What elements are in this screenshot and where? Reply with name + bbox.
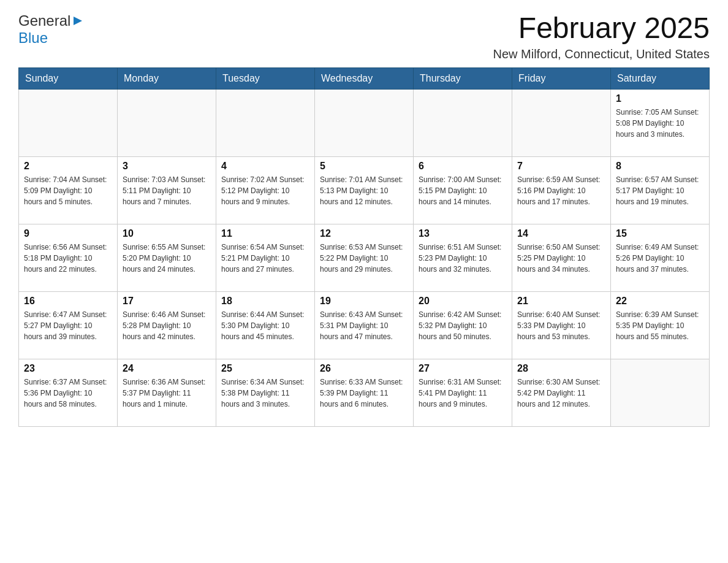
day-info: Sunrise: 6:54 AM Sunset: 5:21 PM Dayligh…	[221, 242, 309, 275]
day-info: Sunrise: 6:55 AM Sunset: 5:20 PM Dayligh…	[123, 242, 211, 275]
day-info: Sunrise: 6:42 AM Sunset: 5:32 PM Dayligh…	[419, 309, 507, 342]
day-number: 27	[419, 363, 507, 374]
calendar-cell	[216, 89, 315, 156]
weekday-header-sunday: Sunday	[19, 67, 118, 89]
calendar-cell: 3Sunrise: 7:03 AM Sunset: 5:11 PM Daylig…	[118, 156, 216, 224]
calendar-week-row: 1Sunrise: 7:05 AM Sunset: 5:08 PM Daylig…	[19, 89, 710, 156]
day-number: 28	[517, 363, 605, 374]
day-number: 17	[123, 296, 211, 307]
calendar-cell: 25Sunrise: 6:34 AM Sunset: 5:38 PM Dayli…	[216, 359, 315, 426]
month-title: February 2025	[493, 12, 710, 45]
calendar-cell: 23Sunrise: 6:37 AM Sunset: 5:36 PM Dayli…	[19, 359, 118, 426]
calendar-cell: 16Sunrise: 6:47 AM Sunset: 5:27 PM Dayli…	[19, 291, 118, 359]
calendar-week-row: 16Sunrise: 6:47 AM Sunset: 5:27 PM Dayli…	[19, 291, 710, 359]
calendar-cell	[315, 89, 414, 156]
day-number: 24	[123, 363, 211, 374]
day-number: 1	[616, 93, 704, 104]
day-number: 20	[419, 296, 507, 307]
calendar-cell	[118, 89, 216, 156]
day-number: 6	[419, 161, 507, 172]
calendar-cell: 18Sunrise: 6:44 AM Sunset: 5:30 PM Dayli…	[216, 291, 315, 359]
calendar-cell: 7Sunrise: 6:59 AM Sunset: 5:16 PM Daylig…	[512, 156, 611, 224]
calendar-cell: 24Sunrise: 6:36 AM Sunset: 5:37 PM Dayli…	[118, 359, 216, 426]
day-number: 10	[123, 228, 211, 239]
calendar-cell: 9Sunrise: 6:56 AM Sunset: 5:18 PM Daylig…	[19, 224, 118, 291]
day-number: 11	[221, 228, 309, 239]
day-info: Sunrise: 6:39 AM Sunset: 5:35 PM Dayligh…	[616, 309, 704, 342]
page-header: General Blue February 2025 New Milford, …	[18, 12, 710, 61]
calendar-cell: 5Sunrise: 7:01 AM Sunset: 5:13 PM Daylig…	[315, 156, 414, 224]
day-number: 2	[24, 161, 112, 172]
title-section: February 2025 New Milford, Connecticut, …	[493, 12, 710, 61]
day-info: Sunrise: 6:46 AM Sunset: 5:28 PM Dayligh…	[123, 309, 211, 342]
calendar-cell: 2Sunrise: 7:04 AM Sunset: 5:09 PM Daylig…	[19, 156, 118, 224]
calendar-cell: 4Sunrise: 7:02 AM Sunset: 5:12 PM Daylig…	[216, 156, 315, 224]
day-info: Sunrise: 6:47 AM Sunset: 5:27 PM Dayligh…	[24, 309, 112, 342]
calendar-week-row: 2Sunrise: 7:04 AM Sunset: 5:09 PM Daylig…	[19, 156, 710, 224]
day-number: 8	[616, 161, 704, 172]
calendar-cell	[512, 89, 611, 156]
day-number: 25	[221, 363, 309, 374]
weekday-header-saturday: Saturday	[611, 67, 710, 89]
day-info: Sunrise: 7:00 AM Sunset: 5:15 PM Dayligh…	[419, 174, 507, 207]
day-number: 21	[517, 296, 605, 307]
day-info: Sunrise: 6:51 AM Sunset: 5:23 PM Dayligh…	[419, 242, 507, 275]
logo-blue-text: Blue	[18, 29, 48, 47]
calendar-cell: 28Sunrise: 6:30 AM Sunset: 5:42 PM Dayli…	[512, 359, 611, 426]
svg-marker-0	[74, 17, 82, 25]
day-info: Sunrise: 6:44 AM Sunset: 5:30 PM Dayligh…	[221, 309, 309, 342]
day-info: Sunrise: 7:01 AM Sunset: 5:13 PM Dayligh…	[320, 174, 408, 207]
weekday-header-thursday: Thursday	[414, 67, 512, 89]
calendar-cell: 11Sunrise: 6:54 AM Sunset: 5:21 PM Dayli…	[216, 224, 315, 291]
location-title: New Milford, Connecticut, United States	[493, 47, 710, 61]
calendar-cell	[611, 359, 710, 426]
calendar-cell: 14Sunrise: 6:50 AM Sunset: 5:25 PM Dayli…	[512, 224, 611, 291]
day-number: 5	[320, 161, 408, 172]
calendar-table: SundayMondayTuesdayWednesdayThursdayFrid…	[18, 67, 710, 427]
day-info: Sunrise: 6:37 AM Sunset: 5:36 PM Dayligh…	[24, 377, 112, 410]
calendar-cell: 6Sunrise: 7:00 AM Sunset: 5:15 PM Daylig…	[414, 156, 512, 224]
day-number: 9	[24, 228, 112, 239]
day-number: 7	[517, 161, 605, 172]
day-number: 23	[24, 363, 112, 374]
day-info: Sunrise: 6:40 AM Sunset: 5:33 PM Dayligh…	[517, 309, 605, 342]
calendar-cell: 26Sunrise: 6:33 AM Sunset: 5:39 PM Dayli…	[315, 359, 414, 426]
day-info: Sunrise: 7:03 AM Sunset: 5:11 PM Dayligh…	[123, 174, 211, 207]
day-info: Sunrise: 6:30 AM Sunset: 5:42 PM Dayligh…	[517, 377, 605, 410]
day-info: Sunrise: 6:57 AM Sunset: 5:17 PM Dayligh…	[616, 174, 704, 207]
day-info: Sunrise: 6:53 AM Sunset: 5:22 PM Dayligh…	[320, 242, 408, 275]
calendar-cell: 15Sunrise: 6:49 AM Sunset: 5:26 PM Dayli…	[611, 224, 710, 291]
calendar-cell	[19, 89, 118, 156]
weekday-header-tuesday: Tuesday	[216, 67, 315, 89]
calendar-cell: 17Sunrise: 6:46 AM Sunset: 5:28 PM Dayli…	[118, 291, 216, 359]
day-number: 3	[123, 161, 211, 172]
calendar-cell	[414, 89, 512, 156]
weekday-header-monday: Monday	[118, 67, 216, 89]
calendar-cell: 13Sunrise: 6:51 AM Sunset: 5:23 PM Dayli…	[414, 224, 512, 291]
day-info: Sunrise: 7:05 AM Sunset: 5:08 PM Dayligh…	[616, 107, 704, 140]
day-number: 18	[221, 296, 309, 307]
weekday-header-friday: Friday	[512, 67, 611, 89]
day-number: 19	[320, 296, 408, 307]
day-info: Sunrise: 6:33 AM Sunset: 5:39 PM Dayligh…	[320, 377, 408, 410]
day-number: 26	[320, 363, 408, 374]
day-info: Sunrise: 6:49 AM Sunset: 5:26 PM Dayligh…	[616, 242, 704, 275]
day-number: 4	[221, 161, 309, 172]
day-info: Sunrise: 7:02 AM Sunset: 5:12 PM Dayligh…	[221, 174, 309, 207]
calendar-cell: 12Sunrise: 6:53 AM Sunset: 5:22 PM Dayli…	[315, 224, 414, 291]
weekday-header-row: SundayMondayTuesdayWednesdayThursdayFrid…	[19, 67, 710, 89]
day-info: Sunrise: 6:56 AM Sunset: 5:18 PM Dayligh…	[24, 242, 112, 275]
calendar-cell: 22Sunrise: 6:39 AM Sunset: 5:35 PM Dayli…	[611, 291, 710, 359]
logo: General Blue	[18, 12, 85, 47]
calendar-cell: 27Sunrise: 6:31 AM Sunset: 5:41 PM Dayli…	[414, 359, 512, 426]
day-info: Sunrise: 6:34 AM Sunset: 5:38 PM Dayligh…	[221, 377, 309, 410]
calendar-cell: 8Sunrise: 6:57 AM Sunset: 5:17 PM Daylig…	[611, 156, 710, 224]
calendar-cell: 1Sunrise: 7:05 AM Sunset: 5:08 PM Daylig…	[611, 89, 710, 156]
calendar-cell: 21Sunrise: 6:40 AM Sunset: 5:33 PM Dayli…	[512, 291, 611, 359]
logo-general-text: General	[18, 12, 70, 29]
calendar-cell: 19Sunrise: 6:43 AM Sunset: 5:31 PM Dayli…	[315, 291, 414, 359]
day-info: Sunrise: 6:36 AM Sunset: 5:37 PM Dayligh…	[123, 377, 211, 410]
day-info: Sunrise: 6:50 AM Sunset: 5:25 PM Dayligh…	[517, 242, 605, 275]
day-number: 16	[24, 296, 112, 307]
day-number: 15	[616, 228, 704, 239]
